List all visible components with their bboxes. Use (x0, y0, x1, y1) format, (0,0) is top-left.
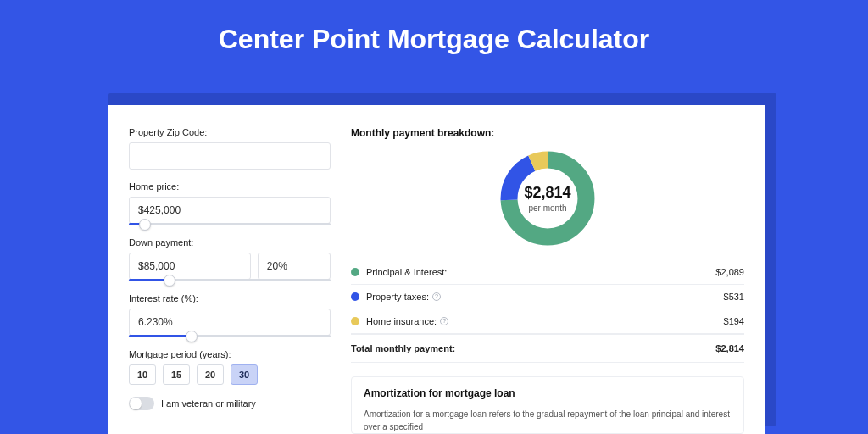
amortization-box: Amortization for mortgage loan Amortizat… (351, 376, 744, 434)
interest-slider[interactable] (129, 335, 331, 337)
calculator-card: Property Zip Code: Home price: Down paym… (108, 105, 765, 434)
legend-dot (351, 268, 359, 276)
slider-thumb[interactable] (186, 331, 198, 342)
legend-value: $194 (724, 316, 744, 326)
zip-label: Property Zip Code: (129, 127, 331, 137)
info-icon[interactable]: ? (440, 317, 448, 326)
veteran-label: I am veteran or military (161, 398, 256, 409)
amortization-title: Amortization for mortgage loan (364, 387, 732, 399)
zip-input[interactable] (129, 142, 331, 170)
slider-thumb[interactable] (164, 275, 175, 287)
down-payment-field: Down payment: (129, 237, 331, 281)
period-label: Mortgage period (years): (129, 349, 331, 359)
period-field: Mortgage period (years): 10152030 (129, 349, 331, 385)
home-price-label: Home price: (129, 181, 331, 192)
toggle-knob (130, 398, 142, 409)
legend-row: Home insurance:?$194 (351, 309, 744, 334)
period-option-10[interactable]: 10 (129, 364, 156, 385)
legend-row: Principal & Interest:$2,089 (351, 260, 744, 285)
zip-field: Property Zip Code: (129, 127, 331, 170)
breakdown-title: Monthly payment breakdown: (351, 127, 744, 139)
home-price-slider[interactable] (129, 223, 331, 225)
veteran-toggle[interactable] (129, 397, 154, 410)
home-price-field: Home price: (129, 181, 331, 225)
slider-thumb[interactable] (139, 219, 151, 231)
interest-field: Interest rate (%): (129, 293, 331, 337)
legend-value: $2,089 (715, 267, 744, 277)
amortization-text: Amortization for a mortgage loan refers … (364, 408, 732, 433)
info-icon[interactable]: ? (432, 292, 441, 301)
donut-value: $2,814 (524, 184, 570, 202)
donut-center: $2,814 per month (497, 147, 598, 249)
down-payment-pct-input[interactable] (258, 253, 331, 280)
legend-total-row: Total monthly payment:$2,814 (351, 334, 744, 363)
legend-label: Property taxes:? (366, 292, 717, 302)
legend-row: Property taxes:?$531 (351, 285, 744, 309)
donut-chart: $2,814 per month (497, 147, 598, 249)
period-option-15[interactable]: 15 (163, 364, 190, 385)
page-title: Center Point Mortgage Calculator (0, 0, 868, 72)
breakdown-column: Monthly payment breakdown: $2,814 per mo… (351, 127, 744, 434)
donut-wrap: $2,814 per month (351, 142, 744, 253)
down-payment-slider[interactable] (129, 279, 331, 281)
legend-value: $531 (724, 292, 744, 302)
legend-dot (351, 317, 359, 326)
legend-total-value: $2,814 (715, 343, 744, 353)
period-option-20[interactable]: 20 (197, 364, 224, 385)
home-price-input[interactable] (129, 197, 331, 224)
form-column: Property Zip Code: Home price: Down paym… (129, 127, 331, 434)
donut-sub: per month (528, 203, 566, 213)
period-option-30[interactable]: 30 (231, 364, 258, 385)
down-payment-input[interactable] (129, 253, 251, 280)
legend-label: Home insurance:? (366, 316, 717, 326)
interest-label: Interest rate (%): (129, 293, 331, 303)
down-payment-label: Down payment: (129, 237, 331, 248)
legend-label: Principal & Interest: (366, 267, 709, 277)
legend-dot (351, 292, 359, 301)
veteran-row: I am veteran or military (129, 397, 331, 410)
legend-total-label: Total monthly payment: (351, 343, 709, 353)
interest-input[interactable] (129, 309, 331, 336)
legend: Principal & Interest:$2,089Property taxe… (351, 260, 744, 363)
